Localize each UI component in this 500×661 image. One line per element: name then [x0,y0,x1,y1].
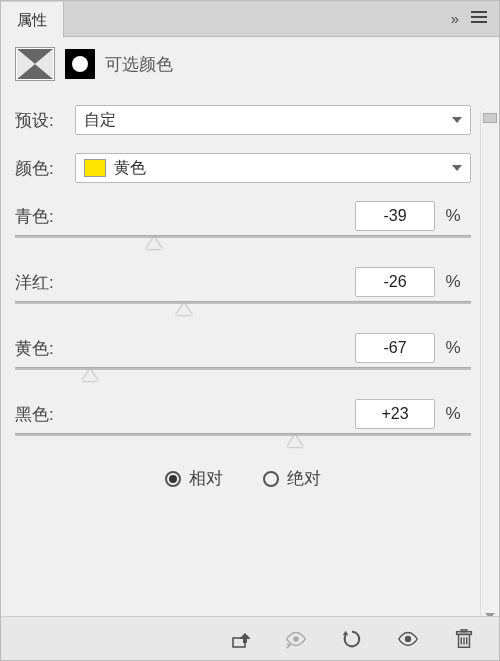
svg-marker-10 [343,630,349,635]
scrollbar-thumb[interactable] [483,113,497,123]
svg-rect-2 [471,21,487,23]
delete-button[interactable] [449,624,479,654]
panel-title: 可选颜色 [105,53,173,76]
svg-rect-1 [471,16,487,18]
slider-group: 黑色:% [15,399,471,453]
panel-menu-icon[interactable] [471,9,487,29]
slider-track[interactable] [15,433,471,453]
svg-rect-17 [461,629,467,631]
method-absolute-radio[interactable]: 绝对 [263,467,321,490]
slider-thumb-icon[interactable] [287,435,303,447]
slider-label: 青色: [15,205,105,228]
method-row: 相对 绝对 [15,467,471,490]
color-value: 黄色 [114,158,146,179]
radio-dot [169,475,177,483]
toggle-visibility-button[interactable] [393,624,423,654]
method-absolute-label: 绝对 [287,467,321,490]
slider-label: 洋红: [15,271,105,294]
slider-value-input[interactable] [355,333,435,363]
color-swatch [84,159,106,177]
view-previous-button[interactable] [281,624,311,654]
svg-point-11 [405,635,411,641]
preset-select[interactable]: 自定 [75,105,471,135]
slider-thumb-icon[interactable] [146,237,162,249]
properties-tab[interactable]: 属性 [1,2,64,38]
collapse-icon[interactable]: » [451,10,459,27]
slider-value-input[interactable] [355,267,435,297]
panel-header: 属性 » [1,1,499,37]
slider-label: 黄色: [15,337,105,360]
method-relative-radio[interactable]: 相对 [165,467,223,490]
slider-unit: % [435,206,471,226]
content-area: 预设: 自定 颜色: 黄色 青色:%洋红:%黄色:%黑色:% 相对 绝对 [1,91,499,490]
slider-group: 青色:% [15,201,471,255]
preset-value: 自定 [84,110,116,131]
adjustment-header: 可选颜色 [1,37,499,91]
slider-thumb-icon[interactable] [176,303,192,315]
color-select[interactable]: 黄色 [75,153,471,183]
svg-rect-0 [471,11,487,13]
clip-to-layer-button[interactable] [225,624,255,654]
footer-toolbar [1,616,499,660]
slider-track[interactable] [15,235,471,255]
selective-color-icon [15,47,55,81]
properties-panel: 属性 » 可选颜色 预设: 自定 [0,0,500,661]
slider-thumb-icon[interactable] [82,369,98,381]
layer-mask-icon[interactable] [65,49,95,79]
reset-button[interactable] [337,624,367,654]
slider-value-input[interactable] [355,201,435,231]
preset-row: 预设: 自定 [15,105,471,135]
color-row: 颜色: 黄色 [15,153,471,183]
slider-value-input[interactable] [355,399,435,429]
scrollbar[interactable] [480,111,498,621]
chevron-down-icon [452,165,462,171]
slider-unit: % [435,272,471,292]
slider-group: 洋红:% [15,267,471,321]
slider-track[interactable] [15,301,471,321]
color-label: 颜色: [15,157,75,180]
chevron-down-icon [452,117,462,123]
slider-label: 黑色: [15,403,105,426]
slider-group: 黄色:% [15,333,471,387]
method-relative-label: 相对 [189,467,223,490]
slider-unit: % [435,338,471,358]
svg-point-9 [293,636,299,642]
slider-unit: % [435,404,471,424]
preset-label: 预设: [15,109,75,132]
slider-track[interactable] [15,367,471,387]
